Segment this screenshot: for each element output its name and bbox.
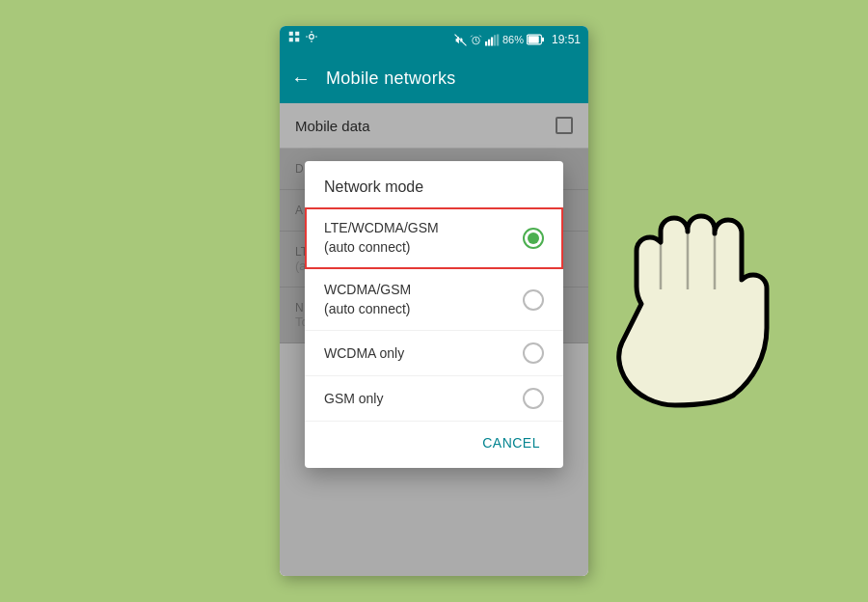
top-navigation-bar: ← Mobile networks (280, 53, 588, 103)
svg-rect-2 (289, 38, 293, 41)
status-left-icons (287, 30, 318, 43)
phone-screen: 86% 19:51 ← Mobile networks Mobile data … (280, 26, 588, 576)
svg-rect-7 (485, 41, 487, 46)
radio-lte-wcdma-gsm-inner (528, 233, 539, 244)
page-title: Mobile networks (326, 68, 456, 89)
option-wcdma-gsm[interactable]: WCDMA/GSM (auto connect) (305, 269, 563, 331)
option-wcdma-only-text: WCDMA only (324, 344, 404, 364)
svg-rect-10 (494, 35, 496, 45)
status-right-icons: 86% (454, 34, 544, 46)
svg-rect-9 (491, 37, 493, 45)
radio-wcdma-gsm (523, 289, 544, 311)
dialog-actions: CANCEL (305, 422, 563, 468)
radio-lte-wcdma-gsm (523, 228, 544, 249)
svg-rect-0 (289, 32, 293, 36)
status-time: 19:51 (552, 33, 581, 46)
svg-point-4 (310, 35, 314, 40)
option-lte-wcdma-gsm-text: LTE/WCDMA/GSM (auto connect) (324, 219, 439, 257)
svg-rect-8 (488, 39, 490, 45)
content-area: Mobile data D A LTE (a... N To... Networ… (280, 103, 588, 576)
option-lte-wcdma-gsm[interactable]: LTE/WCDMA/GSM (auto connect) (305, 207, 563, 269)
svg-rect-13 (528, 36, 538, 43)
dialog-overlay: Network mode LTE/WCDMA/GSM (auto connect… (280, 103, 588, 576)
option-gsm-only-text: GSM only (324, 390, 383, 409)
svg-rect-11 (497, 34, 499, 45)
dialog-title: Network mode (305, 161, 563, 207)
option-wcdma-gsm-text: WCDMA/GSM (auto connect) (324, 281, 411, 318)
svg-rect-14 (542, 38, 544, 42)
network-mode-dialog: Network mode LTE/WCDMA/GSM (auto connect… (305, 161, 563, 468)
svg-rect-3 (295, 38, 299, 41)
battery-text: 86% (502, 34, 524, 45)
radio-gsm-only (523, 388, 544, 409)
status-bar: 86% 19:51 (280, 26, 588, 53)
cancel-button[interactable]: CANCEL (475, 429, 548, 456)
radio-wcdma-only (523, 342, 544, 364)
back-button[interactable]: ← (291, 68, 311, 90)
option-gsm-only[interactable]: GSM only (305, 376, 563, 422)
hand-cursor-overlay (598, 193, 791, 415)
option-wcdma-only[interactable]: WCDMA only (305, 331, 563, 376)
svg-rect-1 (295, 32, 299, 36)
